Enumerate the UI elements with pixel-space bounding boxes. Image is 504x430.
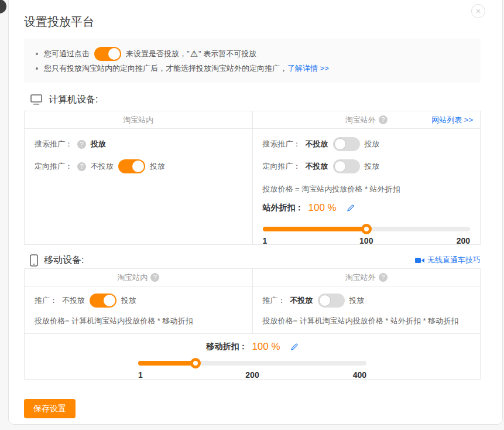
offsite-discount-row: 站外折扣： 100 % bbox=[263, 202, 471, 214]
mobile-offsite-cell: 推广： 不投放 投放 投放价格= 计算机淘宝站内投放价格 * 站外折扣 * 移动… bbox=[252, 286, 481, 333]
target-promo-row: 定向推广： ? 不投放 投放 bbox=[35, 159, 242, 173]
toggle-knob bbox=[104, 295, 115, 306]
mobile-discount-label: 移动折扣： bbox=[206, 342, 247, 352]
notice-line-1: 您可通过点击 来设置是否投放，" ⚠ " 表示暂不可投放 bbox=[36, 46, 469, 61]
tick-mid: 200 bbox=[245, 370, 259, 380]
desktop-table: 淘宝站内 淘宝站外 ? 网站列表 >> 搜索推广： ? 投放 定向推广： ? 不… bbox=[24, 111, 481, 245]
mobile-discount-slider[interactable] bbox=[138, 361, 366, 366]
desktop-offsite-cell: 搜索推广： 不投放 投放 定向推广： 不投放 投放 投放价格 = 淘宝站内投放价… bbox=[252, 129, 481, 244]
mobile-discount-value: 100 % bbox=[252, 341, 280, 353]
search-promo-label: 搜索推广： bbox=[35, 139, 73, 149]
offsite-search-off: 不投放 bbox=[306, 139, 328, 149]
mobile-slider-ticks: 1 200 400 bbox=[138, 370, 366, 380]
mobile-onsite-promo-toggle[interactable] bbox=[90, 294, 116, 308]
mobile-section-label: 移动设备: bbox=[44, 254, 84, 267]
offsite-search-toggle[interactable] bbox=[333, 137, 360, 151]
mobile-header-cell-onsite: 淘宝站内 ? bbox=[25, 269, 252, 286]
notice-box: 您可通过点击 来设置是否投放，" ⚠ " 表示暂不可投放 您只有投放淘宝站内的定… bbox=[24, 39, 481, 83]
notice1-pre: 您可通过点击 bbox=[44, 49, 90, 59]
bullet-dot bbox=[36, 53, 38, 55]
mobile-offsite-promo-row: 推广： 不投放 投放 bbox=[263, 294, 471, 308]
offsite-target-off: 不投放 bbox=[306, 161, 328, 172]
offsite-search-on: 投放 bbox=[365, 139, 380, 149]
corner-badge bbox=[0, 0, 6, 13]
set-platform-dialog: × 设置投放平台 您可通过点击 来设置是否投放，" ⚠ " 表示暂不可投放 您只… bbox=[8, 0, 503, 425]
onsite-header-label: 淘宝站内 bbox=[123, 115, 153, 125]
desktop-table-body: 搜索推广： ? 投放 定向推广： ? 不投放 投放 搜索推广： 不投放 投放 bbox=[25, 129, 480, 244]
mobile-onsite-cell: 推广： 不投放 投放 投放价格= 计算机淘宝站内投放价格 * 移动折扣 bbox=[25, 286, 252, 333]
mobile-table-body: 推广： 不投放 投放 投放价格= 计算机淘宝站内投放价格 * 移动折扣 推广： … bbox=[25, 286, 480, 333]
mobile-onsite-promo-label: 推广： bbox=[35, 295, 57, 306]
offsite-price-formula: 投放价格 = 淘宝站内投放价格 * 站外折扣 bbox=[263, 184, 471, 194]
site-list-link[interactable]: 网站列表 >> bbox=[431, 111, 473, 129]
mobile-offsite-on-label: 投放 bbox=[349, 295, 365, 306]
slider-handle[interactable] bbox=[190, 358, 201, 368]
toggle-knob bbox=[132, 161, 144, 172]
close-icon[interactable]: × bbox=[471, 4, 485, 18]
video-icon bbox=[415, 257, 424, 264]
offsite-discount-slider[interactable] bbox=[263, 227, 471, 231]
save-settings-button[interactable]: 保存设置 bbox=[24, 399, 76, 418]
offsite-search-label: 搜索推广： bbox=[263, 139, 301, 149]
warning-icon: ⚠ bbox=[190, 49, 198, 59]
offsite-target-label: 定向推广： bbox=[263, 161, 301, 172]
offsite-target-toggle[interactable] bbox=[333, 159, 360, 173]
wireless-tips-link[interactable]: 无线直通车技巧 bbox=[427, 255, 481, 265]
toggle-knob bbox=[334, 138, 346, 150]
demo-toggle[interactable] bbox=[94, 47, 121, 61]
offsite-search-row: 搜索推广： 不投放 投放 bbox=[263, 137, 471, 151]
target-off-label: 不投放 bbox=[91, 161, 114, 172]
tick-min: 1 bbox=[138, 370, 143, 380]
mobile-onsite-on-label: 投放 bbox=[121, 295, 136, 306]
desktop-onsite-cell: 搜索推广： ? 投放 定向推广： ? 不投放 投放 bbox=[25, 129, 252, 244]
toggle-knob bbox=[319, 295, 331, 306]
toggle-knob bbox=[334, 161, 346, 172]
offsite-discount-value: 100 % bbox=[308, 202, 337, 214]
page-title: 设置投放平台 bbox=[24, 15, 480, 29]
mobile-table-header: 淘宝站内 ? 淘宝站外 ? bbox=[25, 269, 480, 286]
notice1-post: " 表示暂不可投放 bbox=[198, 49, 256, 59]
offsite-slider-ticks: 1 100 200 bbox=[263, 236, 471, 245]
tick-max: 400 bbox=[353, 370, 366, 380]
computer-section-header: 计算机设备: bbox=[24, 93, 481, 106]
mobile-onsite-off-label: 不投放 bbox=[62, 295, 85, 306]
notice2-text: 您只有投放淘宝站内的定向推广后，才能选择投放淘宝站外的定向推广， bbox=[44, 63, 287, 74]
desktop-table-header: 淘宝站内 淘宝站外 ? 网站列表 >> bbox=[25, 111, 480, 129]
toggle-knob bbox=[108, 48, 120, 60]
mobile-discount-row: 移动折扣： 100 % 1 200 400 bbox=[25, 333, 480, 379]
help-icon[interactable]: ? bbox=[77, 162, 86, 171]
tick-min: 1 bbox=[263, 236, 268, 245]
help-icon[interactable]: ? bbox=[150, 273, 159, 282]
edit-mobile-discount-button[interactable] bbox=[290, 343, 299, 351]
mobile-header-cell-offsite: 淘宝站外 ? bbox=[252, 269, 481, 286]
mobile-table: 淘宝站内 ? 淘宝站外 ? 推广： 不投放 投放 投放价格= 计算机淘宝站内投放… bbox=[24, 268, 481, 380]
mobile-discount-line: 移动折扣： 100 % bbox=[25, 341, 480, 353]
help-icon[interactable]: ? bbox=[379, 273, 388, 282]
mobile-offsite-header-label: 淘宝站外 bbox=[345, 272, 376, 283]
mobile-offsite-off-label: 不投放 bbox=[290, 295, 313, 306]
tick-mid: 100 bbox=[359, 236, 373, 245]
target-promo-toggle[interactable] bbox=[118, 159, 145, 173]
notice1-mid: 来设置是否投放，" bbox=[126, 49, 190, 59]
offsite-header-label: 淘宝站外 bbox=[345, 115, 376, 125]
offsite-target-row: 定向推广： 不投放 投放 bbox=[263, 159, 471, 173]
mobile-onsite-promo-row: 推广： 不投放 投放 bbox=[35, 294, 242, 308]
mobile-offsite-promo-toggle[interactable] bbox=[318, 294, 345, 308]
slider-fill bbox=[263, 227, 366, 231]
slider-fill bbox=[138, 361, 196, 366]
help-icon[interactable]: ? bbox=[379, 115, 388, 124]
offsite-target-on: 投放 bbox=[365, 161, 380, 172]
learn-more-link[interactable]: 了解详情 >> bbox=[287, 63, 329, 74]
header-cell-offsite: 淘宝站外 ? 网站列表 >> bbox=[252, 111, 481, 128]
help-icon[interactable]: ? bbox=[77, 140, 86, 149]
tick-max: 200 bbox=[457, 236, 470, 245]
computer-icon bbox=[30, 94, 43, 105]
slider-handle[interactable] bbox=[361, 224, 372, 234]
pencil-icon bbox=[346, 204, 355, 213]
offsite-discount-label: 站外折扣： bbox=[263, 203, 304, 213]
edit-offsite-discount-button[interactable] bbox=[346, 204, 355, 213]
header-cell-onsite: 淘宝站内 bbox=[25, 111, 252, 128]
mobile-section-header: 移动设备: 无线直通车技巧 bbox=[24, 253, 481, 267]
bullet-dot bbox=[36, 67, 38, 70]
mobile-slider-wrap: 1 200 400 bbox=[138, 361, 366, 380]
